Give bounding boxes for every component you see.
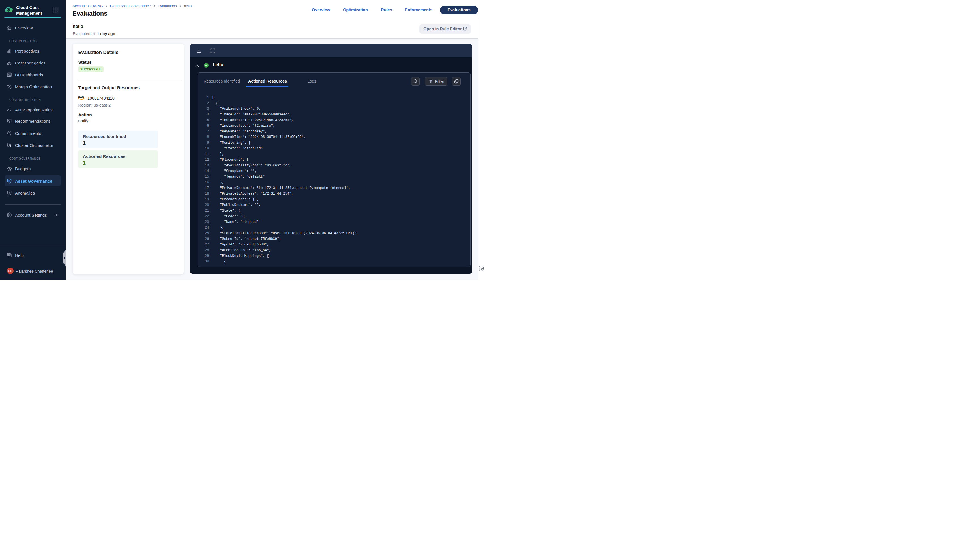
svg-text:?: ?: [8, 253, 10, 256]
svg-text:aws: aws: [78, 95, 84, 98]
svg-text:$: $: [7, 7, 10, 12]
svg-text:$: $: [8, 179, 10, 182]
